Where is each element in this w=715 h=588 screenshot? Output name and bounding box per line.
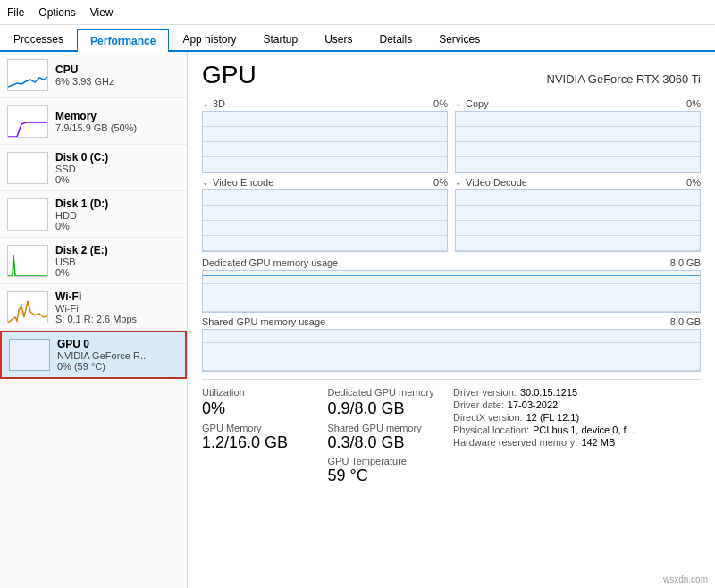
cpu-info: CPU 6% 3.93 GHz (55, 63, 180, 87)
pct-decode: 0% (686, 177, 701, 188)
shared-label: Shared GPU memory usage (202, 316, 325, 327)
disk2-sub: USB (55, 256, 180, 267)
disk1-sub: HDD (55, 210, 180, 221)
gpu-detail-panel: GPU NVIDIA GeForce RTX 3060 Ti ⌄ 3D 0% (188, 52, 715, 588)
cpu-name: CPU (55, 63, 180, 76)
shared-memory-section: Shared GPU memory usage 8.0 GB (202, 316, 701, 372)
dedicated-memory-chart[interactable] (202, 270, 701, 313)
chart-video-encode: ⌄ Video Encode 0% (202, 177, 448, 252)
wifi-stat: S: 0.1 R: 2.6 Mbps (55, 314, 180, 324)
label-encode: Video Encode (213, 177, 273, 188)
disk2-name: Disk 2 (E:) (55, 244, 180, 256)
physical-row: Physical location: PCI bus 1, device 0, … (453, 424, 701, 435)
reserved-key: Hardware reserved memory: (453, 437, 577, 448)
tab-users[interactable]: Users (311, 27, 366, 50)
chart-3d: ⌄ 3D 0% (202, 98, 448, 173)
gpu0-mini-chart (9, 339, 50, 371)
chart-area-decode[interactable] (455, 189, 701, 252)
disk0-stat: 0% (55, 174, 180, 185)
pct-copy: 0% (686, 98, 701, 109)
wifi-name: Wi-Fi (55, 290, 180, 303)
directx-val: 12 (FL 12.1) (526, 412, 580, 423)
memory-info: Memory 7.9/15.9 GB (50%) (55, 110, 180, 133)
device-item-wifi[interactable]: Wi-Fi Wi-Fi S: 0.1 R: 2.6 Mbps (0, 284, 187, 331)
menu-file[interactable]: File (7, 6, 24, 19)
tab-bar: Processes Performance App history Startu… (0, 25, 715, 52)
disk0-name: Disk 0 (C:) (55, 151, 180, 164)
disk1-name: Disk 1 (D:) (55, 197, 180, 210)
tab-processes[interactable]: Processes (0, 27, 77, 50)
menu-bar: File Options View (0, 0, 715, 25)
physical-key: Physical location: (453, 424, 529, 435)
chart-area-encode[interactable] (202, 189, 448, 252)
label-3d: 3D (213, 98, 225, 109)
gpu0-info: GPU 0 NVIDIA GeForce R... 0% (59 °C) (57, 338, 178, 372)
chart-area-3d[interactable] (202, 111, 448, 173)
device-item-disk1[interactable]: Disk 1 (D:) HDD 0% (0, 191, 187, 238)
chart-area-copy[interactable] (455, 111, 701, 173)
tab-details[interactable]: Details (366, 27, 425, 50)
memory-mini-chart (7, 105, 48, 138)
label-copy: Copy (466, 98, 489, 109)
device-item-cpu[interactable]: CPU 6% 3.93 GHz (0, 52, 187, 98)
driver-date-val: 17-03-2022 (508, 399, 558, 410)
dedicated-memory-section: Dedicated GPU memory usage 8.0 GB (202, 257, 701, 313)
dedicated-mem-label: Dedicated GPU memory (328, 387, 450, 398)
reserved-row: Hardware reserved memory: 142 MB (453, 437, 701, 448)
menu-view[interactable]: View (90, 6, 114, 19)
disk2-info: Disk 2 (E:) USB 0% (55, 244, 180, 278)
dedicated-label: Dedicated GPU memory usage (202, 257, 338, 268)
physical-val: PCI bus 1, device 0, f... (533, 424, 635, 435)
chevron-copy: ⌄ (455, 99, 462, 108)
tab-performance[interactable]: Performance (77, 29, 169, 52)
temp-label: GPU Temperature (328, 456, 450, 466)
memory-sub: 7.9/15.9 GB (50%) (55, 122, 180, 133)
menu-items: File Options View (7, 6, 114, 19)
disk2-mini-chart (7, 245, 48, 277)
wifi-sub: Wi-Fi (55, 303, 180, 314)
svg-rect-1 (8, 199, 48, 231)
stat-dedicated-mem: Dedicated GPU memory 0.9/8.0 GB Shared G… (328, 387, 450, 486)
wifi-info: Wi-Fi Wi-Fi S: 0.1 R: 2.6 Mbps (55, 290, 180, 324)
chart-copy: ⌄ Copy 0% (455, 98, 701, 173)
utilization-value: 0% (202, 399, 324, 419)
gpu-charts-grid: ⌄ 3D 0% ⌄ Copy 0% (202, 98, 701, 252)
stat-utilization: Utilization 0% GPU Memory 1.2/16.0 GB (202, 387, 324, 486)
driver-info: Driver version: 30.0.15.1215 Driver date… (453, 387, 701, 486)
driver-version-val: 30.0.15.1215 (520, 387, 577, 398)
wifi-mini-chart (7, 291, 48, 323)
device-item-disk2[interactable]: Disk 2 (E:) USB 0% (0, 238, 187, 284)
shared-mem-label: Shared GPU memory (328, 423, 450, 433)
directx-key: DirectX version: (453, 412, 523, 423)
driver-date-key: Driver date: (453, 399, 504, 410)
label-decode: Video Decode (466, 177, 527, 188)
utilization-label: Utilization (202, 387, 324, 398)
gpu-model: NVIDIA GeForce RTX 3060 Ti (547, 72, 701, 86)
shared-max: 8.0 GB (670, 316, 701, 327)
device-item-disk0[interactable]: Disk 0 (C:) SSD 0% (0, 145, 187, 191)
tab-startup[interactable]: Startup (249, 27, 311, 50)
driver-version-key: Driver version: (453, 387, 517, 398)
shared-memory-chart[interactable] (202, 329, 701, 372)
dedicated-max: 8.0 GB (670, 257, 701, 268)
dedicated-memory-line (203, 275, 700, 276)
tab-app-history[interactable]: App history (169, 27, 249, 50)
pct-encode: 0% (433, 177, 448, 188)
gpu-header: GPU NVIDIA GeForce RTX 3060 Ti (202, 61, 701, 89)
menu-options[interactable]: Options (38, 6, 75, 19)
disk0-info: Disk 0 (C:) SSD 0% (55, 151, 180, 185)
tab-services[interactable]: Services (425, 27, 493, 50)
svg-rect-2 (10, 340, 50, 371)
gpu-title: GPU (202, 61, 257, 89)
device-item-gpu0[interactable]: GPU 0 NVIDIA GeForce R... 0% (59 °C) (0, 331, 187, 379)
cpu-sub: 6% 3.93 GHz (55, 76, 180, 87)
driver-date-row: Driver date: 17-03-2022 (453, 399, 701, 410)
device-item-memory[interactable]: Memory 7.9/15.9 GB (50%) (0, 98, 187, 145)
driver-version-row: Driver version: 30.0.15.1215 (453, 387, 701, 398)
main-layout: CPU 6% 3.93 GHz Memory 7.9/15.9 GB (50%) (0, 52, 715, 588)
cpu-mini-chart (7, 59, 48, 91)
chevron-decode: ⌄ (455, 178, 462, 187)
disk1-info: Disk 1 (D:) HDD 0% (55, 197, 180, 231)
disk2-stat: 0% (55, 267, 180, 278)
memory-name: Memory (55, 110, 180, 122)
